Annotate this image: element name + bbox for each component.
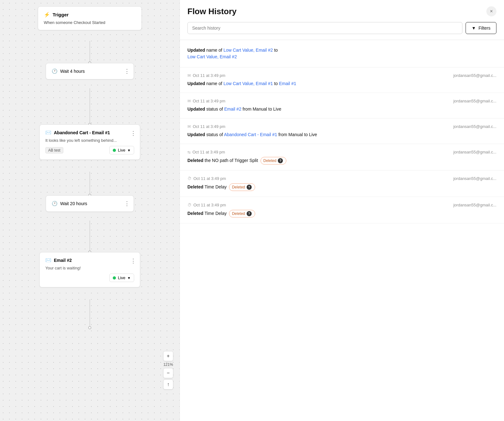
filter-icon: ▼ bbox=[472, 26, 476, 31]
wait-node-2-more[interactable]: ⋮ bbox=[124, 200, 130, 207]
help-icon-4: ? bbox=[278, 158, 283, 163]
history-content-5: Deleted Time Delay Deleted ? bbox=[187, 183, 496, 191]
search-input[interactable] bbox=[187, 22, 462, 34]
history-meta-2: ✉ Oct 11 at 3:49 pm jordansan55@gmail.c.… bbox=[187, 99, 496, 103]
zoom-level: 121% bbox=[163, 362, 173, 367]
zoom-in-button[interactable]: + bbox=[163, 351, 173, 361]
history-content-4: Deleted the NO path of Trigger Split Del… bbox=[187, 157, 496, 164]
email-node-1-status[interactable]: Live ▼ bbox=[109, 146, 134, 154]
close-button[interactable]: × bbox=[486, 6, 496, 16]
history-content-1: Updated name of Low Cart Value, Email #1… bbox=[187, 80, 496, 87]
connector-3 bbox=[90, 172, 90, 197]
history-meta-6: ⏱ Oct 11 at 3:49 pm jordansan55@gmail.c.… bbox=[187, 203, 496, 207]
mail-icon-2: ✉️ bbox=[45, 257, 51, 263]
deleted-badge-4: Deleted ? bbox=[261, 157, 286, 164]
mail-meta-icon-3: ✉ bbox=[187, 124, 191, 129]
ab-badge: AB test bbox=[45, 147, 63, 153]
mail-icon-1: ✉️ bbox=[45, 130, 51, 136]
connector-1 bbox=[90, 41, 90, 65]
flow-canvas: ⚡ Trigger When someone Checkout Started … bbox=[0, 0, 180, 421]
history-item-1: ✉ Oct 11 at 3:49 pm jordansan55@gmail.c.… bbox=[180, 67, 504, 93]
history-item-0: Updated name of Low Cart Value, Email #2… bbox=[180, 40, 504, 67]
user-2: jordansan55@gmail.c... bbox=[453, 99, 496, 103]
connector-dot-5 bbox=[88, 326, 91, 329]
email-node-2-title: Email #2 bbox=[54, 258, 72, 263]
email-node-1-more[interactable]: ⋮ bbox=[130, 130, 136, 137]
trigger-meta-icon-4: ⇆ bbox=[187, 150, 191, 154]
bolt-icon: ⚡ bbox=[44, 12, 50, 18]
history-meta-3: ✉ Oct 11 at 3:49 pm jordansan55@gmail.c.… bbox=[187, 124, 496, 129]
live-dot-1 bbox=[113, 149, 116, 152]
wait-node-1: 🕐 Wait 4 hours ⋮ bbox=[46, 63, 134, 79]
email-node-2: ✉️ Email #2 Your cart is waiting! Live ▼… bbox=[39, 252, 140, 287]
timestamp-6: Oct 11 at 3:49 pm bbox=[193, 203, 226, 207]
zoom-out-button[interactable]: − bbox=[163, 368, 173, 378]
clock-meta-icon-5: ⏱ bbox=[187, 176, 192, 181]
flow-history-panel: Flow History × ▼ Filters Updated name of… bbox=[180, 0, 504, 421]
help-icon-6: ? bbox=[247, 211, 252, 216]
history-meta-5: ⏱ Oct 11 at 3:49 pm jordansan55@gmail.c.… bbox=[187, 176, 496, 181]
wait-node-1-more[interactable]: ⋮ bbox=[124, 68, 130, 75]
user-5: jordansan55@gmail.c... bbox=[453, 176, 496, 181]
history-item-3: ✉ Oct 11 at 3:49 pm jordansan55@gmail.c.… bbox=[180, 118, 504, 144]
live-dot-2 bbox=[113, 276, 116, 280]
clock-icon-2: 🕐 bbox=[52, 201, 58, 206]
email-node-2-subtitle: Your cart is waiting! bbox=[45, 266, 134, 270]
email-node-1-title: Abandoned Cart - Email #1 bbox=[54, 130, 110, 135]
mail-meta-icon-2: ✉ bbox=[187, 99, 191, 103]
history-content-3: Updated status of Abandoned Cart - Email… bbox=[187, 131, 496, 138]
search-input-wrap bbox=[187, 22, 462, 34]
timestamp-3: Oct 11 at 3:49 pm bbox=[193, 124, 225, 129]
email-node-2-more[interactable]: ⋮ bbox=[130, 257, 136, 264]
trigger-node: ⚡ Trigger When someone Checkout Started bbox=[38, 6, 142, 30]
filter-button[interactable]: ▼ Filters bbox=[466, 22, 496, 34]
deleted-badge-6: Deleted ? bbox=[229, 210, 255, 217]
user-6: jordansan55@gmail.c... bbox=[453, 203, 496, 207]
timestamp-4: Oct 11 at 3:49 pm bbox=[192, 150, 225, 154]
panel-title: Flow History bbox=[187, 7, 237, 16]
history-list: Updated name of Low Cart Value, Email #2… bbox=[180, 40, 504, 421]
zoom-controls: + 121% − ↑ bbox=[163, 351, 173, 389]
email-node-1: ✉️ Abandoned Cart - Email #1 It looks li… bbox=[39, 124, 140, 160]
trigger-node-title: Trigger bbox=[53, 12, 69, 17]
chevron-down-icon-1: ▼ bbox=[127, 148, 131, 152]
email-node-1-subtitle: It looks like you left something behind.… bbox=[45, 138, 134, 143]
help-icon-5: ? bbox=[247, 185, 252, 190]
email-node-2-status[interactable]: Live ▼ bbox=[109, 274, 134, 282]
panel-header: Flow History × ▼ Filters bbox=[180, 0, 504, 40]
history-meta-4: ⇆ Oct 11 at 3:49 pm jordansan55@gmail.c.… bbox=[187, 150, 496, 154]
clock-meta-icon-6: ⏱ bbox=[187, 203, 192, 207]
timestamp-5: Oct 11 at 3:49 pm bbox=[193, 176, 226, 181]
connector-5 bbox=[90, 299, 90, 328]
user-1: jordansan55@gmail.c... bbox=[453, 73, 496, 78]
history-item-5: ⏱ Oct 11 at 3:49 pm jordansan55@gmail.c.… bbox=[180, 170, 504, 197]
history-content-6: Deleted Time Delay Deleted ? bbox=[187, 210, 496, 217]
timestamp-1: Oct 11 at 3:49 pm bbox=[193, 73, 225, 78]
connector-4 bbox=[90, 221, 90, 254]
history-content-0: Updated name of Low Cart Value, Email #2… bbox=[187, 47, 496, 60]
user-4: jordansan55@gmail.c... bbox=[453, 150, 496, 154]
mail-meta-icon-1: ✉ bbox=[187, 73, 191, 78]
timestamp-2: Oct 11 at 3:49 pm bbox=[193, 99, 225, 103]
history-item-2: ✉ Oct 11 at 3:49 pm jordansan55@gmail.c.… bbox=[180, 93, 504, 118]
history-item-4: ⇆ Oct 11 at 3:49 pm jordansan55@gmail.c.… bbox=[180, 144, 504, 170]
chevron-down-icon-2: ▼ bbox=[127, 276, 131, 280]
connector-2 bbox=[90, 88, 90, 126]
clock-icon-1: 🕐 bbox=[52, 68, 58, 74]
trigger-node-subtitle: When someone Checkout Started bbox=[44, 20, 136, 25]
history-item-6: ⏱ Oct 11 at 3:49 pm jordansan55@gmail.c.… bbox=[180, 197, 504, 223]
zoom-reset-button[interactable]: ↑ bbox=[163, 379, 173, 389]
user-3: jordansan55@gmail.c... bbox=[453, 124, 496, 129]
deleted-badge-5: Deleted ? bbox=[229, 183, 255, 191]
history-meta-1: ✉ Oct 11 at 3:49 pm jordansan55@gmail.c.… bbox=[187, 73, 496, 78]
wait-node-2: 🕐 Wait 20 hours ⋮ bbox=[46, 195, 134, 212]
history-content-2: Updated status of Email #2 from Manual t… bbox=[187, 106, 496, 112]
wait-node-2-label: Wait 20 hours bbox=[60, 201, 87, 206]
filter-label: Filters bbox=[478, 26, 490, 31]
wait-node-1-label: Wait 4 hours bbox=[60, 69, 85, 74]
